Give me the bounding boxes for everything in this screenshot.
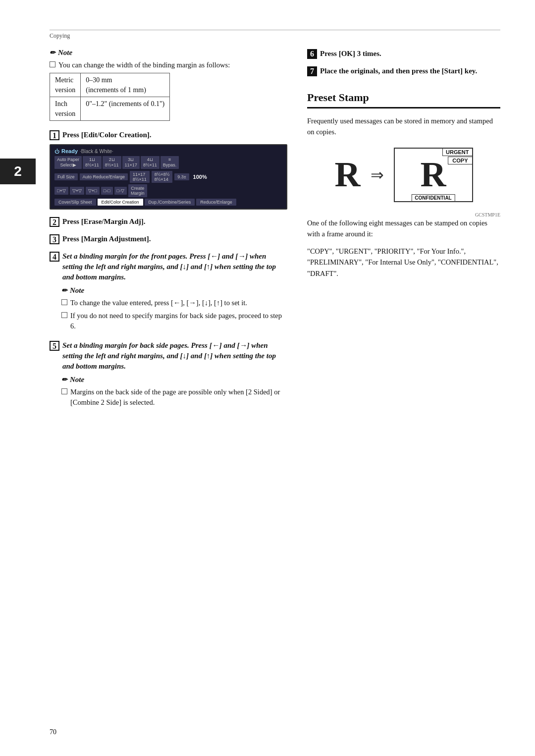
stamp-urgent-label: URGENT — [442, 148, 472, 156]
display-tabs[interactable]: Auto PaperSelect▶ 1⊔8½×11 2⊔8½×11 3⊔11×1… — [54, 156, 282, 169]
page-container: Copying 2 ✏ Note You can change the widt… — [0, 0, 535, 756]
display-row3: □+▽ ▽+▽ ▽+□ □-□ □-▽ CreateMargin — [54, 184, 282, 197]
step-5-num: 5 — [50, 341, 59, 351]
size1-btn[interactable]: 11×178½×11 — [130, 171, 150, 183]
icon-btn-4[interactable]: □-□ — [101, 187, 113, 195]
stamp-visual: R ⇒ URGENT COPY R CONFIDENTIAL — [307, 148, 500, 202]
messages-intro: One of the following eight messages can … — [307, 217, 500, 240]
checkbox-3 — [61, 312, 67, 318]
fullsize-btn[interactable]: Full Size — [54, 173, 78, 180]
tab-bypass[interactable]: ≡Bypas. — [160, 156, 179, 169]
note-section-step4: ✏ Note To change the value entered, pres… — [61, 286, 287, 331]
chapter-num: 2 — [14, 163, 22, 179]
percent-display: 100% — [193, 174, 207, 180]
step-1-num: 1 — [50, 130, 59, 140]
stamp-code: GCSTMP1E — [307, 212, 500, 217]
bottom-tab-cover[interactable]: Cover/Slip Sheet — [54, 199, 96, 206]
tab-1[interactable]: 1⊔8½×11 — [83, 156, 102, 169]
step-5-block: 5 Set a binding margin for back side pag… — [50, 340, 287, 408]
step-7-num: 7 — [307, 66, 317, 76]
bottom-tab-reduce[interactable]: Reduce/Enlarge — [196, 199, 236, 206]
icon-btn-1[interactable]: □+▽ — [54, 187, 68, 195]
note-item-step4-1: To change the value entered, press [←], … — [61, 298, 287, 308]
preset-stamp-intro: Frequently used messages can be stored i… — [307, 115, 500, 138]
note-section-step5: ✏ Note Margins on the back side of the p… — [61, 376, 287, 408]
metric-label: Metricversion — [50, 73, 81, 97]
page-number: 70 — [50, 728, 56, 736]
stamp-confidential-label: CONFIDENTIAL — [411, 194, 455, 202]
note-title-1: ✏ Note — [50, 49, 287, 57]
inch-label: Inchversion — [50, 97, 81, 121]
ready-text: Ready — [61, 148, 78, 154]
step-3-label: Press [Margin Adjustment]. — [62, 234, 287, 244]
step-6-num: 6 — [307, 49, 317, 59]
checkbox-4 — [61, 388, 67, 394]
inch-value: 0"–1.2" (increments of 0.1") — [81, 97, 170, 121]
autored-btn[interactable]: Auto Reduce/Enlarge — [80, 173, 128, 180]
step-2-block: 2 Press [Erase/Margin Adj]. — [50, 216, 287, 227]
table-row: Inchversion 0"–1.2" (increments of 0.1") — [50, 97, 170, 121]
create-margin-btn[interactable]: CreateMargin — [128, 184, 147, 197]
display-row4: Cover/Slip Sheet Edit/Color Creation Dup… — [54, 199, 282, 206]
bw-text: ·Black & White· — [80, 149, 113, 154]
preset-stamp-title: Preset Stamp — [307, 91, 500, 108]
table-row: Metricversion 0–30 mm(increments of 1 mm… — [50, 73, 170, 97]
display-row1: ⏻ Ready ·Black & White· — [54, 148, 282, 154]
pencil-icon-3: ✏ — [61, 376, 67, 384]
step-2-label: Press [Erase/Margin Adj]. — [62, 216, 287, 227]
pct1-btn[interactable]: 9.3± — [174, 173, 189, 180]
power-icon: ⏻ — [54, 149, 59, 154]
stamp-copy-label: COPY — [448, 157, 472, 164]
bottom-tab-edit[interactable]: Edit/Color Creation — [98, 199, 143, 206]
step-7-label: Place the originals, and then press the … — [320, 66, 500, 76]
size2-btn[interactable]: 8½×8½8½×14 — [152, 171, 172, 183]
stamp-right-letter: R — [421, 154, 446, 195]
pencil-icon: ✏ — [50, 49, 55, 57]
checkbox-2 — [61, 299, 67, 305]
step-2-header: 2 Press [Erase/Margin Adj]. — [50, 216, 287, 227]
checkbox-1 — [50, 61, 55, 67]
step-3-num: 3 — [50, 234, 59, 244]
note-title-step5: ✏ Note — [61, 376, 287, 384]
note-item-step5-1: Margins on the back side of the page are… — [61, 387, 287, 408]
tab-3[interactable]: 3⊔11×17 — [122, 156, 140, 169]
note-title-step4: ✏ Note — [61, 286, 287, 295]
tab-auto-paper[interactable]: Auto PaperSelect▶ — [54, 156, 82, 169]
bottom-tab-dup[interactable]: Dup./Combine/Series — [145, 199, 195, 206]
stamp-right-box: URGENT COPY R CONFIDENTIAL — [394, 148, 473, 202]
breadcrumb: Copying — [50, 32, 500, 40]
step-1-label: Press [Edit/Color Creation]. — [62, 130, 287, 140]
pencil-icon-2: ✏ — [61, 286, 67, 295]
tab-2[interactable]: 2⊔8½×11 — [103, 156, 121, 169]
icon-btn-3[interactable]: ▽+□ — [86, 187, 100, 195]
step-7-block: 7 Place the originals, and then press th… — [307, 66, 500, 76]
step-6-header: 6 Press [OK] 3 times. — [307, 49, 500, 59]
messages-list: "COPY", "URGENT", "PRIORITY", "For Your … — [307, 246, 500, 279]
top-rule — [50, 30, 500, 30]
note-item-step4-2: If you do not need to specify margins fo… — [61, 311, 287, 331]
chapter-marker: 2 — [0, 159, 36, 184]
icon-btn-2[interactable]: ▽+▽ — [70, 187, 84, 195]
stamp-left-letter: R — [335, 154, 361, 195]
step-2-num: 2 — [50, 217, 59, 227]
display-mockup: ⏻ Ready ·Black & White· Auto PaperSelect… — [50, 144, 287, 210]
metric-table: Metricversion 0–30 mm(increments of 1 mm… — [50, 73, 170, 121]
step-6-label: Press [OK] 3 times. — [320, 49, 500, 59]
step-1-block: 1 Press [Edit/Color Creation]. ⏻ Ready ·… — [50, 130, 287, 210]
step-1-header: 1 Press [Edit/Color Creation]. — [50, 130, 287, 140]
right-column: 6 Press [OK] 3 times. 7 Place the origin… — [307, 49, 500, 417]
step-3-block: 3 Press [Margin Adjustment]. — [50, 234, 287, 244]
step-7-header: 7 Place the originals, and then press th… — [307, 66, 500, 76]
step-4-block: 4 Set a binding margin for the front pag… — [50, 251, 287, 331]
step-4-label: Set a binding margin for the front pages… — [62, 251, 287, 282]
note-item-1: You can change the width of the binding … — [50, 60, 287, 70]
left-column: ✏ Note You can change the width of the b… — [50, 49, 287, 417]
tab-4[interactable]: 4⊔8½×11 — [141, 156, 160, 169]
metric-value: 0–30 mm(increments of 1 mm) — [81, 73, 170, 97]
icon-btn-5[interactable]: □-▽ — [114, 187, 127, 195]
two-col-layout: ✏ Note You can change the width of the b… — [50, 49, 500, 417]
step-3-header: 3 Press [Margin Adjustment]. — [50, 234, 287, 244]
note-section-1: ✏ Note You can change the width of the b… — [50, 49, 287, 121]
step-4-num: 4 — [50, 252, 59, 262]
step-5-header: 5 Set a binding margin for back side pag… — [50, 340, 287, 372]
